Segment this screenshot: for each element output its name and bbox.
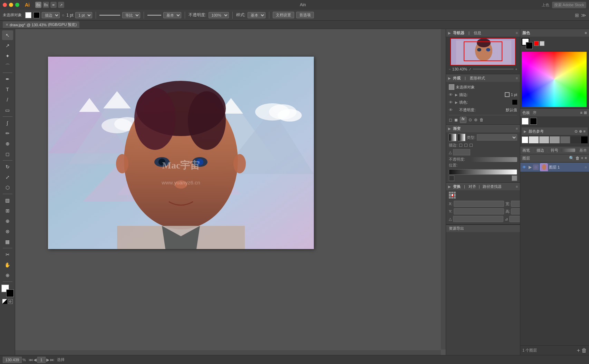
- opacity-gradient-bar[interactable]: [471, 157, 517, 162]
- stroke-row[interactable]: 👁 ▶ 描边: 1 pt: [449, 91, 517, 98]
- align-tab[interactable]: 对齐: [469, 184, 476, 189]
- appearance-add-icon[interactable]: ◻: [449, 117, 452, 122]
- width-input[interactable]: [511, 201, 520, 207]
- gradient-bar[interactable]: [449, 169, 517, 175]
- grad-stop-right[interactable]: [512, 175, 517, 181]
- zoom-in-icon[interactable]: +: [515, 67, 517, 71]
- close-button[interactable]: [3, 3, 7, 7]
- light-swatch[interactable]: [540, 41, 544, 46]
- pen-tool[interactable]: ✒: [2, 74, 13, 84]
- transform-grid-icon[interactable]: [449, 192, 456, 199]
- fill-color-indicator[interactable]: [512, 100, 517, 105]
- color-ref-swatch-icon[interactable]: ⊕: [579, 129, 582, 134]
- pathfinder-tab[interactable]: 路径查找器: [483, 184, 502, 189]
- maximize-button[interactable]: [15, 3, 19, 7]
- color-panel-menu[interactable]: ≡: [585, 31, 587, 35]
- navigator-menu-icon[interactable]: ≡: [516, 31, 518, 35]
- stroke-check3[interactable]: ☐: [469, 143, 473, 148]
- angle-input[interactable]: [453, 216, 503, 222]
- gradient-preview2[interactable]: [458, 134, 465, 141]
- gradient-tool[interactable]: ▨: [2, 195, 13, 205]
- symbol-tool[interactable]: ⊛: [2, 227, 13, 236]
- style-select[interactable]: 基本: [163, 12, 181, 18]
- tab-arrow[interactable]: ↗: [58, 2, 64, 8]
- doc-settings-btn[interactable]: 文档设置: [273, 12, 294, 18]
- mode-select[interactable]: 描边: [42, 12, 60, 18]
- style2-select[interactable]: 基本: [248, 12, 265, 18]
- ref-lightgray[interactable]: [529, 136, 539, 143]
- minimize-button[interactable]: [9, 3, 13, 7]
- swatch-white[interactable]: [522, 118, 529, 125]
- horizontal-scrollbar[interactable]: [15, 350, 441, 355]
- zoom-out-icon[interactable]: −: [449, 67, 451, 71]
- rect-tool[interactable]: ▭: [2, 105, 13, 115]
- magic-wand-tool[interactable]: ✦: [2, 51, 13, 61]
- text-tool[interactable]: T: [2, 85, 13, 94]
- zoom-slider[interactable]: [473, 69, 514, 69]
- pencil-tool[interactable]: ✏: [2, 128, 13, 138]
- x-input[interactable]: [454, 201, 504, 207]
- gradient-preview[interactable]: [449, 134, 456, 141]
- stroke-swatch[interactable]: [33, 12, 40, 18]
- brush-tab[interactable]: 画笔: [522, 148, 530, 153]
- zoom-expand-icon[interactable]: ⤢: [469, 67, 471, 71]
- layers-menu-icon[interactable]: ≡: [585, 156, 587, 161]
- graphic-style-tab[interactable]: 图形样式: [470, 76, 485, 81]
- shaper-tool[interactable]: ⬡: [2, 183, 13, 192]
- stroke-expand-icon[interactable]: ▶: [455, 93, 458, 97]
- blob-tool[interactable]: ⊕: [2, 139, 13, 149]
- fill-expand-icon[interactable]: ▶: [455, 100, 458, 104]
- appearance-delete-icon[interactable]: 🗑: [480, 117, 484, 122]
- gradient-collapse-icon[interactable]: ▶: [448, 127, 451, 131]
- vertical-scrollbar[interactable]: [441, 29, 446, 349]
- ref-black[interactable]: [581, 136, 588, 143]
- appearance-clock-icon[interactable]: ⊙: [469, 117, 472, 122]
- layers-search-icon[interactable]: 🔍: [569, 156, 574, 161]
- symbol-tab[interactable]: 符号: [551, 148, 558, 153]
- stroke-tab[interactable]: 描边: [537, 148, 544, 153]
- height-input[interactable]: [511, 208, 520, 214]
- ref-darker[interactable]: [571, 136, 580, 143]
- swatch-black[interactable]: [530, 118, 537, 125]
- tab-pen[interactable]: ✒: [50, 2, 57, 8]
- last-page-btn[interactable]: ⏭: [50, 357, 54, 362]
- document-tab[interactable]: ✕ draw.jpg* @ 130.43% (RGB/GPU 预览): [3, 21, 79, 28]
- transform-collapse-icon[interactable]: ▶: [448, 185, 451, 189]
- transform-menu-icon[interactable]: ≡: [516, 185, 518, 189]
- opacity-select[interactable]: 100%: [209, 12, 229, 18]
- stroke-check2[interactable]: ☐: [464, 143, 468, 148]
- stroke-eye-icon[interactable]: 👁: [449, 93, 454, 97]
- stroke-color-indicator[interactable]: [505, 92, 510, 97]
- opacity-eye-icon[interactable]: 👁: [449, 108, 454, 112]
- color-wheel[interactable]: [522, 52, 587, 107]
- grad-stop-left[interactable]: [449, 175, 454, 181]
- info-tab[interactable]: 信息: [474, 30, 481, 36]
- fx-button[interactable]: fx: [460, 117, 466, 123]
- search-stock-label[interactable]: 搜索 Adobe Stock: [552, 2, 586, 8]
- page-input[interactable]: [37, 357, 46, 363]
- fill-row[interactable]: 👁 ▶ 填色:: [449, 98, 517, 106]
- appearance-collapse-icon[interactable]: ▶: [448, 76, 451, 80]
- stroke-select[interactable]: 1 pt: [75, 12, 92, 18]
- tab-bs2[interactable]: Bs: [43, 2, 49, 8]
- tab-close-icon[interactable]: ✕: [6, 23, 8, 27]
- stroke-check1[interactable]: ☐: [459, 143, 463, 148]
- layer-delete-icon2[interactable]: 🗑: [581, 347, 587, 354]
- color-ref-settings-icon[interactable]: ⊙: [574, 129, 578, 134]
- y-input[interactable]: [454, 208, 504, 214]
- line-tool[interactable]: /: [2, 95, 13, 105]
- canvas-area[interactable]: Mac宇宙 www.yuanyz6.cn: [15, 29, 446, 355]
- gradient-menu-icon[interactable]: ≡: [516, 127, 518, 131]
- extra-toggle-btn[interactable]: ≫: [581, 12, 586, 18]
- layer-visibility-icon[interactable]: 👁: [522, 165, 527, 169]
- slice-tool[interactable]: ✂: [2, 250, 13, 259]
- stroke-color-box[interactable]: [6, 289, 14, 297]
- shear-input[interactable]: [509, 216, 520, 222]
- graph-tool[interactable]: ▦: [2, 237, 13, 247]
- first-page-btn[interactable]: ⏮: [29, 357, 33, 362]
- color-fg-bg[interactable]: [522, 38, 533, 49]
- navigator-preview[interactable]: [450, 38, 516, 66]
- scale-tool[interactable]: ⤢: [2, 172, 13, 182]
- layer-item[interactable]: 👁 ▶ □ 图层 1 ○: [520, 163, 589, 172]
- gradient-type-select[interactable]: [477, 134, 517, 141]
